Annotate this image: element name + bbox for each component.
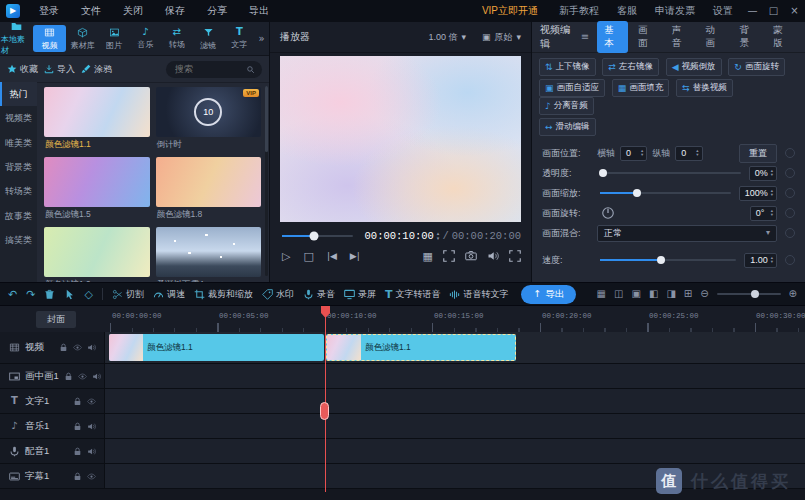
track-lane[interactable]: 颜色滤镜1.1 颜色滤镜1.1 bbox=[105, 332, 805, 363]
replace-video-button[interactable]: ⇆替换视频 bbox=[676, 79, 733, 97]
track-lane[interactable] bbox=[105, 439, 805, 463]
fullscreen-icon[interactable] bbox=[509, 250, 521, 262]
media-thumbnail[interactable] bbox=[44, 227, 150, 277]
mirror-vertical-button[interactable]: ⇅上下镜像 bbox=[539, 58, 596, 76]
media-thumbnail[interactable]: VIP 10 bbox=[156, 87, 262, 137]
tab-sound[interactable]: 声音 bbox=[665, 21, 696, 53]
tab-video[interactable]: 视频 bbox=[33, 25, 66, 52]
keyframe-circle-icon[interactable] bbox=[785, 148, 795, 158]
tab-text[interactable]: T 文字 bbox=[224, 22, 255, 55]
lock-icon[interactable] bbox=[73, 397, 82, 406]
category-item[interactable]: 转场类 bbox=[0, 179, 37, 203]
layout-view-icon[interactable]: ▣ bbox=[631, 289, 640, 299]
zoom-in-icon[interactable]: ⊕ bbox=[789, 289, 797, 299]
reverse-video-button[interactable]: ◀视频倒放 bbox=[666, 58, 722, 76]
keyframe-circle-icon[interactable] bbox=[785, 188, 795, 198]
text-to-speech-tool[interactable]: T文字转语音 bbox=[385, 288, 441, 301]
right-panel-icon[interactable]: ◨ bbox=[666, 289, 675, 299]
category-item[interactable]: 搞笑类 bbox=[0, 228, 37, 252]
media-thumbnail[interactable] bbox=[44, 87, 150, 137]
redo-icon[interactable]: ↷ bbox=[26, 289, 35, 300]
media-item[interactable]: 颜色滤镜1.9 bbox=[44, 227, 150, 282]
menu-export[interactable]: 导出 bbox=[238, 4, 280, 18]
lock-icon[interactable] bbox=[59, 343, 68, 352]
marker-icon[interactable]: ◇ bbox=[84, 289, 92, 300]
menu-close[interactable]: 关闭 bbox=[112, 4, 154, 18]
invoice-link[interactable]: 申请发票 bbox=[646, 4, 704, 18]
detach-audio-button[interactable]: ♪分离音频 bbox=[539, 97, 594, 115]
rotation-stepper[interactable]: 0° ▴▾ bbox=[750, 206, 777, 221]
lock-icon[interactable] bbox=[73, 422, 82, 431]
settings-link[interactable]: 设置 bbox=[704, 4, 742, 18]
speed-slider[interactable] bbox=[600, 259, 736, 261]
timeline-clip[interactable]: 颜色滤镜1.1 bbox=[109, 334, 324, 361]
volume-icon[interactable] bbox=[487, 250, 499, 262]
y-position-stepper[interactable]: 0 ▴▾ bbox=[675, 146, 702, 161]
media-thumbnail[interactable] bbox=[44, 157, 150, 207]
spin-down-icon[interactable]: ▾ bbox=[641, 153, 643, 158]
minimize-button[interactable]: — bbox=[742, 6, 763, 16]
speech-to-text-tool[interactable]: 语音转文字 bbox=[449, 288, 508, 301]
zoom-knob[interactable] bbox=[751, 290, 759, 298]
keyframe-circle-icon[interactable] bbox=[785, 168, 795, 178]
tab-transition[interactable]: ⇄ 转场 bbox=[161, 22, 192, 55]
tab-mask[interactable]: 蒙版 bbox=[766, 21, 797, 53]
eye-icon[interactable] bbox=[87, 472, 96, 481]
cover-button[interactable]: 封面 bbox=[36, 311, 76, 328]
left-panel-icon[interactable]: ◧ bbox=[649, 289, 658, 299]
prev-frame-button[interactable]: |◀ bbox=[327, 252, 337, 261]
opacity-slider[interactable] bbox=[600, 172, 741, 174]
scale-slider[interactable] bbox=[600, 192, 731, 194]
record-audio-tool[interactable]: 录音 bbox=[303, 288, 335, 301]
media-item[interactable]: VIP 10 倒计时 bbox=[156, 87, 262, 151]
grid-view-icon[interactable]: ▦ bbox=[597, 289, 606, 299]
playhead-handle[interactable] bbox=[320, 402, 329, 420]
media-thumbnail[interactable] bbox=[156, 227, 262, 277]
speed-stepper[interactable]: 1.00 ▴▾ bbox=[744, 253, 777, 268]
vip-upgrade-link[interactable]: VIP立即开通 bbox=[470, 4, 550, 18]
eye-icon[interactable] bbox=[87, 397, 96, 406]
playback-speed-dropdown[interactable]: 1.00 倍 ▾ bbox=[428, 31, 466, 44]
reset-button[interactable]: 重置 bbox=[739, 144, 777, 163]
trash-icon[interactable] bbox=[44, 289, 55, 300]
video-preview[interactable] bbox=[280, 56, 521, 222]
slide-edit-button[interactable]: ↔滑动编辑 bbox=[539, 118, 596, 136]
tutorial-link[interactable]: 新手教程 bbox=[550, 4, 608, 18]
export-button[interactable]: ↑ 导出 bbox=[521, 285, 576, 304]
record-screen-tool[interactable]: 录屏 bbox=[344, 288, 376, 301]
doodle-button[interactable]: 涂鸦 bbox=[81, 63, 112, 76]
tab-animation[interactable]: 动画 bbox=[699, 21, 730, 53]
category-item[interactable]: 唯美类 bbox=[0, 131, 37, 155]
lock-icon[interactable] bbox=[73, 472, 82, 481]
media-scrollbar[interactable] bbox=[265, 86, 268, 276]
stop-button[interactable]: □ bbox=[303, 251, 313, 262]
snap-icon[interactable]: ⊞ bbox=[684, 289, 692, 299]
aspect-icon[interactable] bbox=[443, 250, 455, 262]
snapshot-camera-icon[interactable] bbox=[465, 250, 477, 262]
collect-button[interactable]: 收藏 bbox=[7, 63, 38, 76]
more-tabs-chevron-icon[interactable]: » bbox=[255, 34, 268, 44]
track-lane[interactable] bbox=[105, 414, 805, 438]
rotation-dial-icon[interactable] bbox=[601, 206, 615, 220]
speaker-icon[interactable] bbox=[87, 447, 96, 456]
time-stepper[interactable]: ▴▾ bbox=[437, 231, 440, 241]
mirror-horizontal-button[interactable]: ⇄左右镜像 bbox=[602, 58, 659, 76]
scrollbar-thumb[interactable] bbox=[265, 86, 268, 152]
spin-down-icon[interactable]: ▾ bbox=[696, 153, 698, 158]
menu-login[interactable]: 登录 bbox=[28, 4, 70, 18]
blend-mode-dropdown[interactable]: 正常 ▾ bbox=[597, 225, 777, 242]
maximize-button[interactable]: □ bbox=[763, 6, 784, 16]
media-item[interactable]: 颜色滤镜1.8 bbox=[156, 157, 262, 221]
next-frame-button[interactable]: ▶| bbox=[350, 252, 360, 261]
watermark-tool[interactable]: 水印 bbox=[262, 288, 294, 301]
close-button[interactable]: × bbox=[784, 6, 805, 16]
tab-basic[interactable]: 基本 bbox=[597, 21, 628, 53]
keyframe-circle-icon[interactable] bbox=[785, 228, 795, 238]
category-item[interactable]: 故事类 bbox=[0, 204, 37, 228]
media-thumbnail[interactable] bbox=[156, 157, 262, 207]
timeline-clip-selected[interactable]: 颜色滤镜1.1 bbox=[326, 334, 516, 361]
tab-local-media[interactable]: 本地素材 bbox=[1, 22, 32, 55]
menu-save[interactable]: 保存 bbox=[154, 4, 196, 18]
undo-icon[interactable]: ↶ bbox=[8, 289, 17, 300]
track-lane[interactable] bbox=[105, 389, 805, 413]
